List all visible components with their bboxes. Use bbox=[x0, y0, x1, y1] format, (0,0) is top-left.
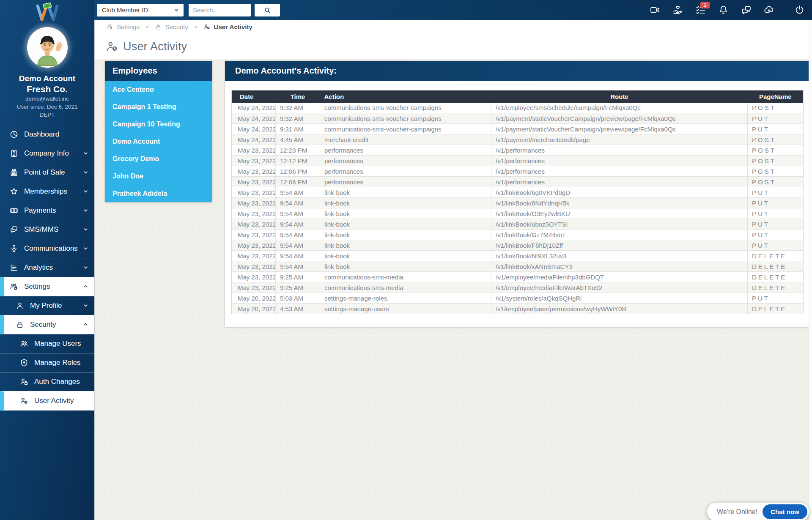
activity-panel-body: DateTimeActionRoutePageName May 24, 2022… bbox=[225, 81, 809, 327]
profile-dept: DEPT bbox=[0, 111, 94, 119]
cell-action: link-book bbox=[320, 230, 491, 240]
video-icon[interactable] bbox=[649, 4, 661, 16]
cell-date: May 23, 2022 bbox=[232, 187, 276, 198]
cell-action: performances bbox=[320, 145, 491, 156]
table-row: May 23, 20229:54 AMlink-book/v1/linkBook… bbox=[232, 198, 804, 208]
loyalty-hand-heart-icon[interactable] bbox=[672, 4, 683, 16]
cell-action: link-book bbox=[320, 240, 491, 251]
sidebar-item-communications[interactable]: Communications bbox=[0, 239, 94, 258]
sidebar-item-payments[interactable]: Payments bbox=[0, 201, 94, 220]
sidebar-item-dashboard[interactable]: Dashboard bbox=[0, 125, 94, 144]
table-row: May 23, 202212:23 PMperformances/v1/perf… bbox=[232, 145, 804, 156]
users-icon bbox=[19, 339, 29, 348]
cell-date: May 24, 2022 bbox=[232, 113, 276, 124]
club-member-id-select[interactable]: Club Member ID: bbox=[97, 4, 184, 16]
cell-date: May 23, 2022 bbox=[232, 166, 276, 177]
employee-item-demo-account[interactable]: Demo Account bbox=[105, 133, 212, 150]
person-clock-icon bbox=[105, 40, 119, 53]
chat-widget[interactable]: We're Online! Chat now bbox=[707, 503, 809, 520]
employee-item-campaign-10-testing[interactable]: Campaign 10 Testing bbox=[105, 115, 212, 133]
sidebar-item-auth-changes[interactable]: Auth Changes bbox=[0, 372, 94, 391]
breadcrumb-settings[interactable]: Settings bbox=[106, 23, 140, 30]
sidebar-item-company-info[interactable]: Company Info bbox=[0, 144, 94, 163]
activity-panel-header: Demo Account's Activity: bbox=[225, 61, 809, 81]
sidebar-item-sms-mms[interactable]: SMS/MMS bbox=[0, 220, 94, 239]
sidebar-item-manage-users[interactable]: Manage Users bbox=[0, 334, 94, 353]
search-button[interactable] bbox=[255, 4, 280, 16]
cell-time: 12:06 PM bbox=[276, 177, 320, 187]
cell-pagename: POST bbox=[748, 177, 804, 187]
sidebar-item-label: User Activity bbox=[34, 397, 74, 405]
table-row: May 23, 20229:54 AMlink-book/v1/linkBook… bbox=[232, 219, 804, 230]
cell-date: May 23, 2022 bbox=[232, 240, 276, 251]
sidebar-item-user-activity[interactable]: User Activity bbox=[0, 391, 94, 411]
notifications-bell-icon[interactable] bbox=[718, 4, 729, 16]
cell-action: communications-sms-media bbox=[320, 282, 491, 293]
column-header-action: Action bbox=[320, 90, 491, 103]
cell-action: performances bbox=[320, 177, 491, 187]
cell-action: settings-manage-users bbox=[320, 304, 491, 314]
employee-item-john-doe[interactable]: John Doe bbox=[105, 167, 212, 185]
sidebar-item-point-of-sale[interactable]: Point of Sale bbox=[0, 163, 94, 182]
table-row: May 23, 202212:12 PMperformances/v1/perf… bbox=[232, 156, 804, 166]
chevron-down-icon bbox=[82, 245, 89, 252]
sidebar-item-memberships[interactable]: Memberships bbox=[0, 182, 94, 201]
chevron-down-icon bbox=[173, 7, 179, 13]
sidebar-item-analytics[interactable]: Analytics bbox=[0, 258, 94, 277]
cell-action: performances bbox=[320, 156, 491, 166]
scrollbar[interactable] bbox=[809, 20, 812, 520]
cell-pagename: POST bbox=[748, 134, 804, 145]
tasks-checklist-icon[interactable]: 1 bbox=[695, 4, 706, 16]
cell-action: link-book bbox=[320, 187, 491, 198]
cell-action: communications-sms-voucher-campaigns bbox=[320, 103, 491, 113]
employee-item-grocery-demo[interactable]: Grocery Demo bbox=[105, 150, 212, 167]
cell-date: May 20, 2022 bbox=[232, 293, 276, 304]
breadcrumb-security[interactable]: Security bbox=[155, 23, 188, 30]
employee-item-campaign-1-testing[interactable]: Campaign 1 Testing bbox=[105, 98, 212, 115]
search-input[interactable] bbox=[189, 4, 251, 16]
table-row: May 23, 20229:25 AMcommunications-sms-me… bbox=[232, 282, 804, 293]
table-row: May 20, 20225:03 AMsettings-manage-roles… bbox=[232, 293, 804, 304]
cell-pagename: PUT bbox=[748, 187, 804, 198]
cell-date: May 23, 2022 bbox=[232, 208, 276, 219]
sidebar-item-label: My Profile bbox=[30, 301, 62, 310]
sidebar-item-label: Auth Changes bbox=[34, 378, 80, 386]
cell-route: /v1/performances bbox=[491, 156, 748, 166]
sidebar-item-label: Company Info bbox=[24, 149, 69, 158]
cell-pagename: PUT bbox=[748, 240, 804, 251]
sidebar-item-security[interactable]: Security bbox=[0, 315, 94, 334]
activity-panel: Demo Account's Activity: DateTimeActionR… bbox=[225, 61, 809, 327]
breadcrumb-settings-label: Settings bbox=[117, 23, 140, 30]
power-icon[interactable] bbox=[794, 4, 805, 16]
chevron-down-icon bbox=[82, 302, 89, 309]
cell-pagename: DELETE bbox=[748, 304, 804, 314]
lock-icon bbox=[15, 320, 25, 329]
table-row: May 23, 20229:54 AMlink-book/v1/linkBook… bbox=[232, 208, 804, 219]
messages-icon[interactable] bbox=[741, 4, 752, 16]
table-row: May 24, 20229:32 AMcommunications-sms-vo… bbox=[232, 113, 804, 124]
sidebar-item-label: Point of Sale bbox=[24, 168, 65, 177]
cell-time: 4:53 AM bbox=[276, 304, 320, 314]
cloud-download-icon[interactable] bbox=[763, 4, 775, 16]
employee-item-pratheek-adidela[interactable]: Pratheek Adidela bbox=[105, 185, 212, 202]
chat-now-button[interactable]: Chat now bbox=[763, 504, 807, 519]
chevron-down-icon bbox=[82, 150, 89, 156]
chevron-down-icon bbox=[82, 188, 89, 194]
breadcrumb-user-activity[interactable]: User Activity bbox=[203, 23, 252, 30]
table-row: May 23, 202212:06 PMperformances/v1/perf… bbox=[232, 177, 804, 187]
sidebar-item-settings[interactable]: Settings bbox=[0, 277, 94, 296]
sidebar-item-manage-roles[interactable]: Manage Roles bbox=[0, 353, 94, 372]
sms-icon bbox=[9, 225, 19, 234]
sidebar-item-label: Settings bbox=[24, 282, 50, 291]
employees-panel-header: Employees bbox=[105, 61, 212, 81]
employee-item-ace-centeno[interactable]: Ace Centeno bbox=[105, 81, 212, 98]
cell-pagename: PUT bbox=[748, 208, 804, 219]
activity-table: DateTimeActionRoutePageName May 24, 2022… bbox=[231, 90, 804, 314]
cell-pagename: PUT bbox=[748, 124, 804, 134]
sidebar-item-label: Communications bbox=[24, 244, 78, 253]
sidebar-item-my-profile[interactable]: My Profile bbox=[0, 296, 94, 315]
cell-pagename: POST bbox=[748, 166, 804, 177]
chevron-down-icon bbox=[82, 264, 89, 271]
cell-route: /v1/linkBook/6g0VKPd0gD bbox=[491, 187, 748, 198]
profile-email: demo@wallet.inc bbox=[0, 95, 94, 103]
